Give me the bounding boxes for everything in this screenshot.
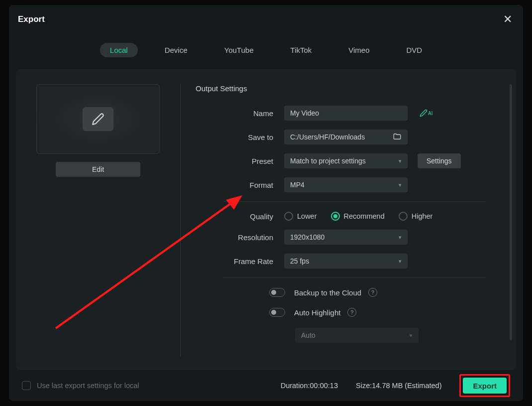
main-panel: Edit Output Settings Name AI Save to C:/… — [16, 69, 516, 370]
row-name: Name AI — [196, 106, 486, 121]
folder-icon[interactable] — [393, 132, 402, 142]
row-framerate: Frame Rate 25 fps ▾ — [196, 254, 486, 269]
chevron-down-icon: ▾ — [410, 332, 413, 339]
quality-recommend[interactable]: Recommend — [331, 212, 385, 221]
resolution-select[interactable]: 1920x1080 ▾ — [284, 230, 408, 245]
tab-tiktok[interactable]: TikTok — [280, 43, 321, 57]
auto-select[interactable]: Auto ▾ — [295, 328, 419, 343]
quality-recommend-label: Recommend — [344, 212, 385, 220]
row-saveto: Save to C:/Users/HF/Downloads — [196, 130, 486, 144]
export-highlight: Export — [459, 374, 510, 397]
chevron-down-icon: ▾ — [399, 258, 402, 265]
tab-dvd[interactable]: DVD — [397, 43, 432, 57]
edit-button[interactable]: Edit — [56, 162, 140, 177]
radio-icon — [284, 212, 293, 221]
dialog-title: Export — [18, 14, 45, 24]
tab-device[interactable]: Device — [155, 43, 198, 57]
ai-label: AI — [428, 111, 432, 116]
chevron-down-icon: ▾ — [399, 158, 402, 164]
preview-thumbnail — [36, 84, 160, 154]
quality-label: Quality — [196, 212, 284, 221]
format-label: Format — [196, 181, 284, 189]
divider — [223, 201, 486, 202]
autohighlight-label: Auto Highlight — [294, 308, 340, 317]
quality-lower-label: Lower — [297, 212, 317, 220]
backup-label: Backup to the Cloud — [294, 288, 361, 297]
size-value: 14.78 MB — [372, 382, 403, 390]
export-tabs: Local Device YouTube TikTok Vimeo DVD — [9, 43, 523, 57]
tab-youtube[interactable]: YouTube — [214, 43, 264, 57]
divider — [223, 277, 486, 278]
name-field[interactable] — [290, 109, 402, 117]
format-select[interactable]: MP4 ▾ — [284, 177, 408, 192]
tab-local[interactable]: Local — [100, 43, 138, 57]
preset-label: Preset — [196, 157, 284, 165]
name-input[interactable] — [284, 106, 408, 121]
framerate-select[interactable]: 25 fps ▾ — [284, 254, 408, 269]
row-backup: Backup to the Cloud ? — [269, 288, 486, 297]
backup-toggle[interactable] — [269, 288, 285, 297]
chevron-down-icon: ▾ — [399, 182, 402, 188]
settings-column: Output Settings Name AI Save to C:/Users… — [181, 69, 516, 370]
resolution-value: 1920x1080 — [290, 233, 324, 241]
use-last-checkbox[interactable] — [22, 381, 31, 390]
auto-value: Auto — [301, 331, 316, 339]
help-icon[interactable]: ? — [368, 288, 377, 297]
size-info: Size:14.78 MB (Estimated) — [356, 382, 442, 390]
size-label: Size: — [356, 382, 372, 390]
export-button[interactable]: Export — [463, 378, 507, 394]
pencil-icon — [83, 107, 113, 131]
radio-icon — [399, 212, 408, 221]
radio-icon — [331, 212, 340, 221]
row-quality: Quality Lower Recommend Higher — [196, 212, 486, 221]
output-settings-heading: Output Settings — [196, 84, 486, 93]
quality-higher[interactable]: Higher — [399, 212, 433, 221]
chevron-down-icon: ▾ — [399, 234, 402, 241]
row-format: Format MP4 ▾ — [196, 177, 486, 192]
row-preset: Preset Match to project settings ▾ Setti… — [196, 153, 486, 168]
settings-button[interactable]: Settings — [418, 153, 461, 168]
row-resolution: Resolution 1920x1080 ▾ — [196, 230, 486, 245]
size-suffix: (Estimated) — [405, 382, 441, 390]
scrollbar[interactable] — [510, 84, 512, 340]
format-value: MP4 — [290, 181, 305, 189]
ai-icon[interactable]: AI — [420, 109, 432, 117]
footer-left: Use last export settings for local — [22, 381, 139, 390]
row-auto: Auto ▾ — [295, 328, 486, 343]
duration-value: 00:00:13 — [310, 382, 338, 390]
dialog-header: Export ✕ — [9, 5, 523, 29]
quality-lower[interactable]: Lower — [284, 212, 317, 221]
duration-info: Duration:00:00:13 — [281, 382, 338, 390]
autohighlight-toggle[interactable] — [269, 308, 285, 317]
close-icon[interactable]: ✕ — [503, 14, 512, 25]
framerate-label: Frame Rate — [196, 257, 284, 266]
name-label: Name — [196, 109, 284, 118]
saveto-value: C:/Users/HF/Downloads — [290, 133, 365, 141]
saveto-label: Save to — [196, 133, 284, 141]
preview-column: Edit — [16, 69, 180, 370]
use-last-label: Use last export settings for local — [37, 382, 139, 390]
framerate-value: 25 fps — [290, 257, 309, 265]
quality-radio-group: Lower Recommend Higher — [284, 212, 432, 221]
help-icon[interactable]: ? — [347, 308, 356, 317]
footer: Use last export settings for local Durat… — [9, 370, 523, 401]
export-dialog: Export ✕ Local Device YouTube TikTok Vim… — [9, 5, 523, 401]
resolution-label: Resolution — [196, 233, 284, 242]
saveto-input[interactable]: C:/Users/HF/Downloads — [284, 130, 408, 144]
preset-select[interactable]: Match to project settings ▾ — [284, 153, 408, 168]
preset-value: Match to project settings — [290, 157, 366, 165]
duration-label: Duration: — [281, 382, 310, 390]
footer-right: Duration:00:00:13 Size:14.78 MB (Estimat… — [281, 374, 510, 397]
quality-higher-label: Higher — [412, 212, 433, 220]
tab-vimeo[interactable]: Vimeo — [338, 43, 379, 57]
row-autohighlight: Auto Highlight ? — [269, 308, 486, 317]
